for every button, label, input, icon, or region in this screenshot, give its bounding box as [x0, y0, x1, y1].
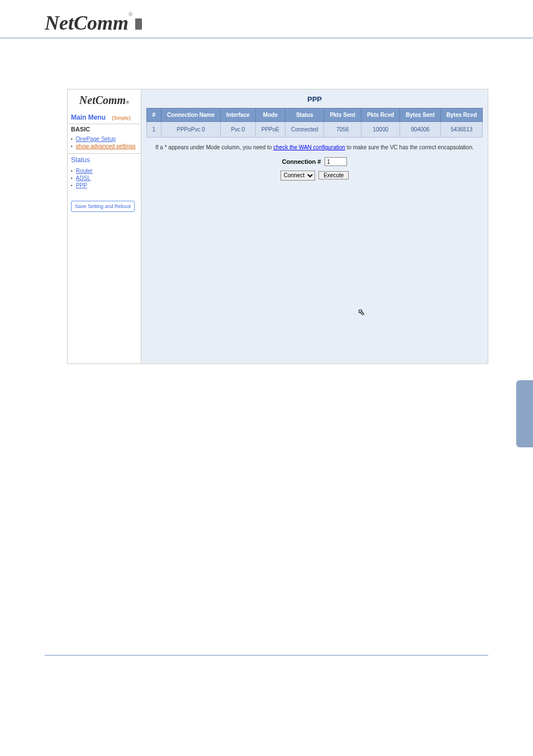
th-pkts-sent: Pkts Sent	[324, 108, 361, 122]
menu-section-basic: BASIC OnePage Setup show advanced settin…	[68, 124, 141, 153]
cell-interface: Pvc 0	[221, 122, 256, 138]
side-tab	[516, 380, 533, 447]
note-text: If a * appears under Mode column, you ne…	[141, 144, 488, 150]
main-container: NetComm® Main Menu (Simple) BASIC OnePag…	[67, 89, 488, 364]
status-section-title: Status	[68, 153, 141, 166]
cell-mode: PPPoE	[255, 122, 285, 138]
sidebar-item-ppp[interactable]: PPP	[71, 182, 137, 189]
cell-pkts-sent: 7056	[324, 122, 361, 138]
action-row: Connect Execute	[141, 169, 488, 181]
cell-status: Connected	[285, 122, 324, 138]
connection-input[interactable]	[325, 157, 347, 166]
th-interface: Interface	[221, 108, 256, 122]
cell-num: 1	[146, 122, 161, 138]
th-num: #	[146, 108, 161, 122]
sidebar-item-onepage[interactable]: OnePage Setup	[71, 135, 137, 143]
th-pkts-rcvd: Pkts Rcvd	[361, 108, 399, 122]
th-connection-name: Connection Name	[161, 108, 221, 122]
sidebar-item-adsl[interactable]: ADSL	[71, 174, 137, 182]
save-reboot-button[interactable]: Save Setting and Reboot	[71, 201, 135, 212]
cell-bytes-sent: 904006	[400, 122, 441, 138]
ppp-status-table: # Connection Name Interface Mode Status …	[146, 108, 483, 138]
th-mode: Mode	[255, 108, 285, 122]
cell-pkts-rcvd: 10000	[361, 122, 399, 138]
th-bytes-rcvd: Bytes Rcvd	[441, 108, 483, 122]
page-title: PPP	[141, 89, 488, 108]
basic-section-title: BASIC	[68, 124, 141, 134]
table-row: 1 PPPoPvc 0 Pvc 0 PPPoE Connected 7056 1…	[146, 122, 483, 138]
connection-row: Connection #	[141, 157, 488, 166]
execute-button[interactable]: Execute	[318, 171, 349, 179]
action-select[interactable]: Connect	[280, 171, 315, 181]
sidebar-item-advanced[interactable]: show advanced settings	[71, 143, 137, 150]
sidebar: NetComm® Main Menu (Simple) BASIC OnePag…	[68, 89, 141, 363]
sidebar-logo: NetComm®	[68, 89, 141, 111]
content-area: PPP # Connection Name Interface Mode Sta…	[141, 89, 488, 363]
cursor-icon: ↖	[358, 308, 365, 316]
sidebar-item-router[interactable]: Router	[71, 167, 137, 174]
page-header: NetComm®	[0, 0, 533, 39]
wan-config-link[interactable]: check the WAN configuration	[273, 144, 345, 150]
cell-connection-name: PPPoPvc 0	[161, 122, 221, 138]
netcomm-logo: NetComm®	[45, 11, 158, 35]
footer-divider	[45, 655, 488, 656]
main-menu-title: Main Menu (Simple)	[68, 111, 141, 124]
th-bytes-sent: Bytes Sent	[400, 108, 441, 122]
th-status: Status	[285, 108, 324, 122]
cell-bytes-rcvd: 5436513	[441, 122, 483, 138]
